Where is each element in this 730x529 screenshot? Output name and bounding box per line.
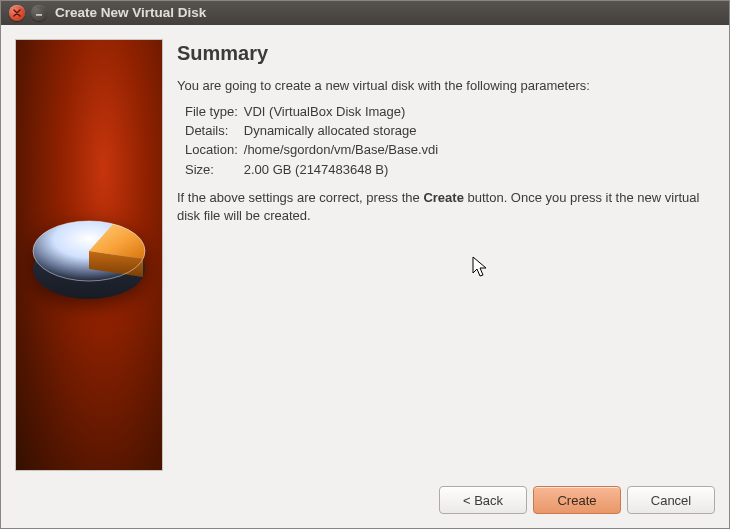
param-value-file-type: VDI (VirtualBox Disk Image) xyxy=(244,103,715,121)
svg-rect-0 xyxy=(36,14,42,16)
summary-params: File type: VDI (VirtualBox Disk Image) D… xyxy=(185,103,715,179)
wizard-button-bar: < Back Create Cancel xyxy=(1,485,729,528)
side-banner xyxy=(15,39,163,471)
disk-pie-icon xyxy=(25,191,153,319)
wizard-window: Create New Virtual Disk xyxy=(0,0,730,529)
param-value-size: 2.00 GB (2147483648 B) xyxy=(244,161,715,179)
minimize-icon[interactable] xyxy=(31,5,47,21)
outro-pre: If the above settings are correct, press… xyxy=(177,190,423,205)
page-heading: Summary xyxy=(177,39,715,67)
window-title: Create New Virtual Disk xyxy=(55,5,206,20)
param-label-details: Details: xyxy=(185,122,238,140)
outro-text: If the above settings are correct, press… xyxy=(177,189,715,225)
param-label-location: Location: xyxy=(185,141,238,159)
close-icon[interactable] xyxy=(9,5,25,21)
back-button[interactable]: < Back xyxy=(439,486,527,514)
window-controls xyxy=(9,5,47,21)
param-label-file-type: File type: xyxy=(185,103,238,121)
wizard-content: Summary You are going to create a new vi… xyxy=(177,39,715,471)
param-label-size: Size: xyxy=(185,161,238,179)
intro-text: You are going to create a new virtual di… xyxy=(177,77,715,95)
outro-bold: Create xyxy=(423,190,463,205)
titlebar[interactable]: Create New Virtual Disk xyxy=(1,1,729,25)
param-value-details: Dynamically allocated storage xyxy=(244,122,715,140)
create-button[interactable]: Create xyxy=(533,486,621,514)
wizard-body: Summary You are going to create a new vi… xyxy=(1,25,729,485)
cancel-button[interactable]: Cancel xyxy=(627,486,715,514)
param-value-location: /home/sgordon/vm/Base/Base.vdi xyxy=(244,141,715,159)
